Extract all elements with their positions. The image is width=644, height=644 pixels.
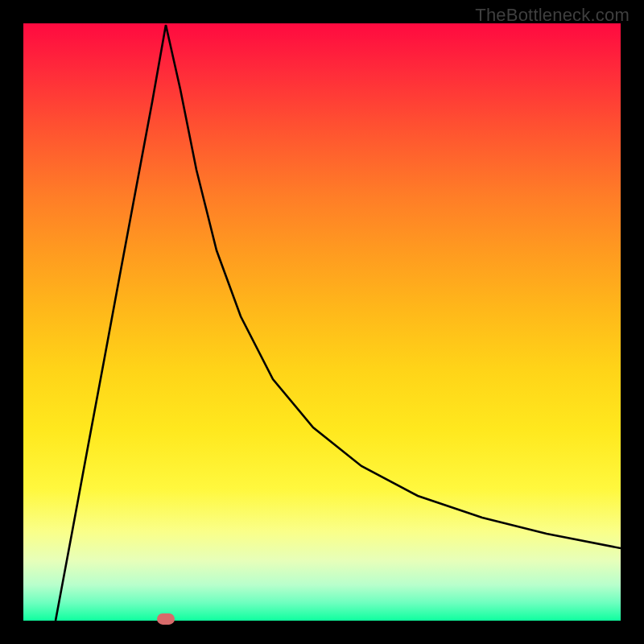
bottleneck-curve <box>23 23 621 621</box>
watermark-text: TheBottleneck.com <box>475 5 630 26</box>
chart-plot-area <box>23 23 621 621</box>
optimal-point-marker <box>157 613 175 625</box>
